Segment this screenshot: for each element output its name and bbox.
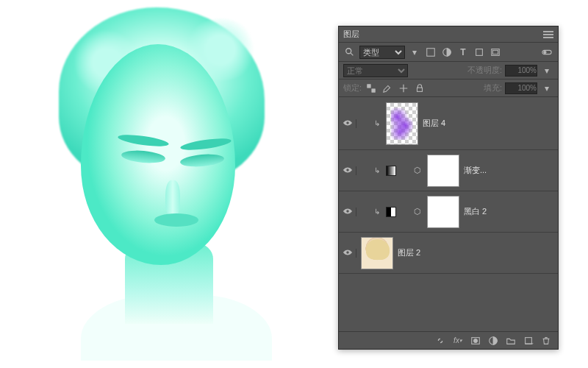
layer-mask-thumbnail[interactable] xyxy=(427,196,459,228)
svg-rect-2 xyxy=(427,48,435,56)
canvas-preview xyxy=(15,0,309,368)
filter-toggle-icon[interactable] xyxy=(540,46,553,59)
filter-adjust-icon[interactable] xyxy=(440,46,453,59)
bw-adjust-icon xyxy=(386,207,396,217)
mask-link-icon[interactable]: ⬡ xyxy=(414,166,423,175)
eye-icon[interactable] xyxy=(343,249,353,258)
layer-row[interactable]: ↳ ⬡ 渐变... xyxy=(339,150,558,191)
fill-input[interactable] xyxy=(505,82,537,94)
eye-icon[interactable] xyxy=(343,119,353,128)
svg-rect-6 xyxy=(493,50,498,54)
eye-icon[interactable] xyxy=(343,208,353,216)
filter-shape-icon[interactable] xyxy=(473,46,486,59)
filter-type-icon[interactable]: T xyxy=(456,46,470,59)
filter-kind-select[interactable]: 类型 xyxy=(359,46,405,59)
lock-position-icon[interactable] xyxy=(397,82,410,95)
search-icon xyxy=(343,46,356,59)
fill-label: 填充: xyxy=(484,82,502,93)
layer-fx-icon[interactable]: fx▾ xyxy=(451,334,465,347)
lock-row: 锁定: 填充: ▾ xyxy=(339,79,558,97)
layer-mask-thumbnail[interactable] xyxy=(427,155,459,187)
lock-label: 锁定: xyxy=(343,82,362,93)
portrait xyxy=(15,0,294,361)
svg-rect-10 xyxy=(372,88,375,91)
svg-point-8 xyxy=(544,51,547,54)
add-mask-icon[interactable] xyxy=(468,334,483,347)
panel-footer: fx▾ xyxy=(339,331,558,349)
eye-icon[interactable] xyxy=(343,166,353,175)
panel-title: 图层 xyxy=(343,29,359,40)
delete-layer-icon[interactable] xyxy=(539,334,553,347)
layer-thumbnail[interactable] xyxy=(361,237,393,269)
layer-name[interactable]: 渐变... xyxy=(464,165,487,176)
gradient-adjust-icon xyxy=(386,166,396,176)
svg-point-13 xyxy=(473,339,477,342)
fill-chevron-icon[interactable]: ▾ xyxy=(540,82,553,95)
blend-row: 正常 不透明度: ▾ xyxy=(339,62,558,79)
layer-row[interactable]: 图层 2 xyxy=(339,233,558,274)
clip-indicator-icon: ↳ xyxy=(374,208,381,216)
clip-indicator-icon: ↳ xyxy=(374,166,381,174)
svg-rect-9 xyxy=(368,84,370,87)
filter-pixel-icon[interactable] xyxy=(424,46,437,59)
opacity-input[interactable] xyxy=(505,65,537,77)
filter-row: 类型 ▾ T xyxy=(339,43,558,62)
filter-smart-icon[interactable] xyxy=(489,46,502,59)
svg-line-1 xyxy=(351,52,354,55)
blend-mode-select[interactable]: 正常 xyxy=(343,64,408,77)
layer-row[interactable]: ↳ 图层 4 xyxy=(339,97,558,150)
opacity-label: 不透明度: xyxy=(467,65,502,76)
layer-name[interactable]: 黑白 2 xyxy=(464,206,487,217)
lock-transparent-icon[interactable] xyxy=(365,82,378,95)
svg-rect-4 xyxy=(476,49,483,55)
lock-paint-icon[interactable] xyxy=(381,82,394,95)
layer-row[interactable]: ↳ ⬡ 黑白 2 xyxy=(339,191,558,233)
mask-link-icon[interactable]: ⬡ xyxy=(414,207,423,216)
layer-name[interactable]: 图层 2 xyxy=(398,247,420,258)
svg-rect-11 xyxy=(417,88,423,91)
link-layers-icon[interactable] xyxy=(433,334,448,347)
panel-menu-icon[interactable] xyxy=(543,31,553,38)
clip-indicator-icon: ↳ xyxy=(374,119,381,127)
opacity-chevron-icon[interactable]: ▾ xyxy=(540,64,553,77)
new-layer-icon[interactable] xyxy=(521,334,536,347)
layer-name[interactable]: 图层 4 xyxy=(423,118,445,129)
chevron-down-icon[interactable]: ▾ xyxy=(408,46,421,59)
layers-panel: 图层 类型 ▾ T 正常 不透明度: ▾ xyxy=(338,26,559,350)
layers-list: ↳ 图层 4 ↳ ⬡ 渐变... ↳ ⬡ 黑白 2 xyxy=(339,97,558,331)
panel-header: 图层 xyxy=(339,26,558,43)
new-group-icon[interactable] xyxy=(503,334,518,347)
lock-all-icon[interactable] xyxy=(413,82,426,95)
layer-thumbnail[interactable] xyxy=(386,102,418,145)
add-adjust-icon[interactable] xyxy=(486,334,501,347)
svg-point-0 xyxy=(346,48,351,53)
svg-rect-15 xyxy=(526,337,532,344)
